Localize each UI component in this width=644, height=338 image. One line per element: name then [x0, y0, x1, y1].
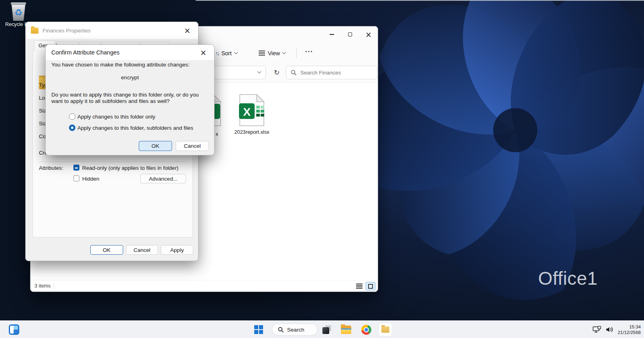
hidden-checkbox[interactable] — [73, 175, 79, 181]
chrome-taskbar-button[interactable] — [361, 324, 371, 335]
widgets-icon — [10, 326, 18, 334]
search-icon — [291, 70, 297, 76]
task-view-button[interactable] — [322, 324, 332, 335]
close-button[interactable]: × — [197, 47, 209, 58]
taskbar-search-label: Search — [287, 327, 304, 333]
cancel-button[interactable]: Cancel — [126, 245, 158, 255]
file-explorer-taskbar-button[interactable] — [341, 324, 351, 335]
attribute-change-value: encrypt — [51, 74, 209, 81]
large-icons-view-icon — [368, 284, 373, 289]
chevron-down-icon — [282, 50, 286, 54]
active-folder-window-button[interactable] — [379, 323, 392, 336]
readonly-label: Read-only (only applies to files in fold… — [82, 165, 178, 171]
view-button[interactable]: View — [255, 46, 289, 60]
ok-button[interactable]: OK — [90, 245, 123, 255]
widgets-button[interactable] — [9, 324, 19, 335]
refresh-button[interactable]: ↻ — [270, 66, 283, 79]
details-view-icon — [356, 284, 363, 289]
file-item[interactable]: X 2023report.xlsx — [228, 93, 276, 135]
ok-button[interactable]: OK — [139, 141, 172, 151]
explorer-statusbar: 3 items — [30, 280, 378, 292]
desktop: Office1 ♻ Recycle Bin × ↑↓ Sort — [0, 0, 644, 338]
close-icon: × — [365, 31, 372, 38]
chrome-icon — [361, 325, 371, 335]
network-icon[interactable] — [593, 326, 601, 333]
screen-top-edge — [196, 0, 644, 1]
clock-date: 21/12/2568 — [618, 330, 641, 335]
search-placeholder: Search Finances — [300, 70, 341, 76]
large-icons-view-button[interactable] — [366, 282, 375, 290]
chevron-down-icon — [234, 50, 238, 54]
items-count: 3 items — [34, 283, 51, 289]
maximize-icon — [348, 32, 352, 36]
readonly-checkbox[interactable] — [73, 165, 79, 171]
sort-label: Sort — [221, 50, 232, 56]
minimize-icon — [330, 34, 334, 35]
radio-folder-only[interactable] — [69, 113, 75, 120]
radio-folder-subfolders-files-label: Apply changes to this folder, subfolders… — [77, 125, 193, 131]
windows-logo-icon — [254, 325, 263, 334]
view-lines-icon — [259, 50, 265, 56]
folder-icon — [31, 28, 38, 34]
view-label: View — [268, 50, 280, 56]
taskbar-clock[interactable]: 15:34 21/12/2568 — [618, 324, 641, 335]
clock-time: 15:34 — [618, 324, 641, 330]
search-box[interactable]: Search Finances — [286, 66, 377, 79]
confirm-titlebar[interactable]: Confirm Attribute Changes × — [46, 45, 214, 60]
recycle-symbol-icon: ♻ — [14, 8, 22, 17]
toolbar-divider — [296, 48, 297, 58]
status-divider — [54, 283, 54, 289]
confirm-dialog-title: Confirm Attribute Changes — [51, 49, 119, 56]
advanced-button[interactable]: Advanced... — [140, 174, 186, 183]
folder-icon — [381, 326, 389, 333]
search-icon — [278, 327, 284, 333]
taskbar: Search — [0, 320, 644, 338]
chevron-down-icon — [257, 70, 261, 74]
close-button[interactable]: × — [359, 26, 378, 42]
hidden-label: Hidden — [82, 176, 99, 182]
maximize-button[interactable] — [341, 26, 359, 42]
confirm-question-text: Do you want to apply this change to this… — [51, 92, 209, 105]
properties-titlebar[interactable]: Finances Properties × — [26, 22, 198, 39]
excel-file-icon: X — [239, 93, 265, 127]
apply-button[interactable]: Apply — [161, 245, 193, 255]
minimize-button[interactable] — [322, 26, 341, 42]
file-name: 2023report.xlsx — [228, 129, 276, 135]
close-button[interactable]: × — [181, 25, 193, 36]
confirm-attribute-changes-dialog: Confirm Attribute Changes × You have cho… — [45, 44, 215, 155]
radio-folder-subfolders-files[interactable] — [69, 125, 75, 131]
confirm-intro-text: You have chosen to make the following at… — [51, 62, 209, 68]
more-options-button[interactable]: ··· — [302, 45, 316, 58]
separator — [39, 161, 186, 162]
machine-name-watermark: Office1 — [538, 268, 597, 289]
properties-dialog-title: Finances Properties — [43, 28, 91, 34]
volume-icon[interactable] — [606, 326, 614, 333]
taskbar-search-button[interactable]: Search — [272, 324, 318, 336]
cancel-button[interactable]: Cancel — [176, 141, 209, 151]
start-button[interactable] — [253, 324, 264, 335]
file-explorer-icon — [341, 326, 351, 334]
sort-button[interactable]: ↑↓ Sort — [212, 46, 241, 60]
trash-can-icon: ♻ — [10, 2, 27, 21]
attributes-label: Attributes: — [39, 165, 63, 171]
svg-text:X: X — [243, 106, 251, 118]
details-view-button[interactable] — [354, 282, 364, 290]
radio-folder-only-label: Apply changes to this folder only — [77, 114, 155, 120]
sort-arrows-icon: ↑↓ — [215, 50, 219, 56]
